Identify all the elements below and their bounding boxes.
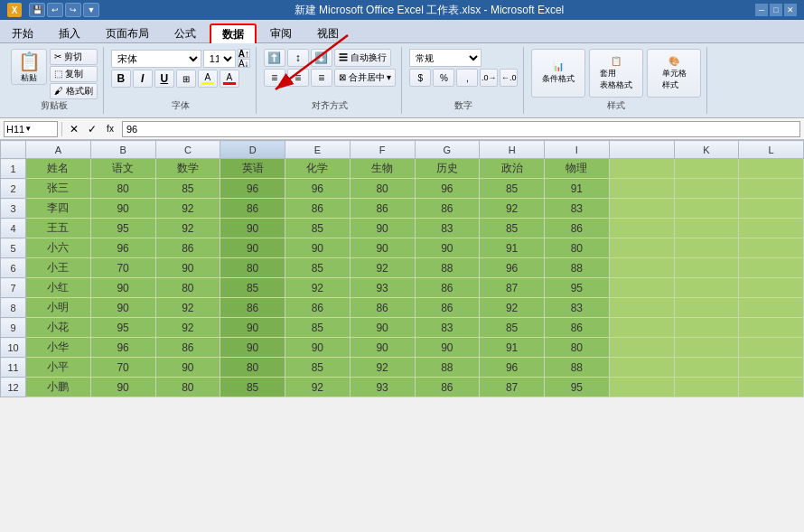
cell-C1[interactable]: 数学 xyxy=(155,159,220,179)
cell-K9[interactable] xyxy=(674,318,739,338)
cell-B4[interactable]: 95 xyxy=(90,219,155,238)
cell-B3[interactable]: 90 xyxy=(90,199,155,219)
cell-H4[interactable]: 85 xyxy=(480,219,545,238)
cell-G4[interactable]: 83 xyxy=(415,219,480,238)
cell-L10[interactable] xyxy=(739,338,804,358)
cell-F6[interactable]: 92 xyxy=(350,258,415,278)
undo-button[interactable]: ↩ xyxy=(47,3,63,17)
cell-E4[interactable]: 85 xyxy=(285,219,351,238)
cell-C12[interactable]: 80 xyxy=(155,378,220,397)
col-header-I[interactable]: I xyxy=(545,141,610,159)
number-format-select[interactable]: 常规 xyxy=(409,49,481,67)
cell-F11[interactable]: 92 xyxy=(350,358,415,378)
cell-G9[interactable]: 83 xyxy=(415,318,480,338)
cell-I5[interactable]: 80 xyxy=(545,238,610,258)
cell-F12[interactable]: 93 xyxy=(350,378,415,397)
cell-F2[interactable]: 80 xyxy=(350,179,415,199)
cell-G8[interactable]: 86 xyxy=(415,298,480,318)
cell-J5[interactable] xyxy=(609,238,674,258)
tab-insert[interactable]: 插入 xyxy=(47,23,92,43)
name-box[interactable]: H11 ▼ xyxy=(4,121,58,137)
cell-L7[interactable] xyxy=(739,278,804,298)
cell-C5[interactable]: 86 xyxy=(155,238,220,258)
format-painter-button[interactable]: 🖌 格式刷 xyxy=(50,83,98,99)
cell-I6[interactable]: 88 xyxy=(545,258,610,278)
tab-page-layout[interactable]: 页面布局 xyxy=(94,23,161,43)
cell-G6[interactable]: 88 xyxy=(415,258,480,278)
cell-C7[interactable]: 80 xyxy=(155,278,220,298)
cell-K4[interactable] xyxy=(674,219,739,238)
cell-J12[interactable] xyxy=(609,378,674,397)
formula-input[interactable] xyxy=(122,121,800,137)
cell-A9[interactable]: 小花 xyxy=(26,318,91,338)
cell-style-button[interactable]: 🎨 单元格样式 xyxy=(647,49,701,98)
cell-H2[interactable]: 85 xyxy=(480,179,545,199)
cell-J8[interactable] xyxy=(609,298,674,318)
decrease-decimal-button[interactable]: ←.0 xyxy=(500,69,518,87)
cell-C8[interactable]: 92 xyxy=(155,298,220,318)
cell-H3[interactable]: 92 xyxy=(480,199,545,219)
col-header-A[interactable]: A xyxy=(26,141,91,159)
align-middle-button[interactable]: ↕ xyxy=(287,49,309,67)
cell-L12[interactable] xyxy=(739,378,804,397)
cell-B5[interactable]: 96 xyxy=(90,238,155,258)
cell-L5[interactable] xyxy=(739,238,804,258)
cell-E12[interactable]: 92 xyxy=(285,378,351,397)
cell-I7[interactable]: 95 xyxy=(545,278,610,298)
close-button[interactable]: ✕ xyxy=(784,4,797,16)
col-header-E[interactable]: E xyxy=(285,141,351,159)
cell-D5[interactable]: 90 xyxy=(220,238,285,258)
cell-I1[interactable]: 物理 xyxy=(545,159,610,179)
cell-K3[interactable] xyxy=(674,199,739,219)
tab-formula[interactable]: 公式 xyxy=(163,23,208,43)
cell-K6[interactable] xyxy=(674,258,739,278)
cell-K10[interactable] xyxy=(674,338,739,358)
col-header-B[interactable]: B xyxy=(90,141,155,159)
cell-C2[interactable]: 85 xyxy=(155,179,220,199)
cell-A6[interactable]: 小王 xyxy=(26,258,91,278)
col-header-J[interactable] xyxy=(609,141,674,159)
cell-G5[interactable]: 90 xyxy=(415,238,480,258)
cell-A11[interactable]: 小平 xyxy=(26,358,91,378)
cell-H12[interactable]: 87 xyxy=(480,378,545,397)
comma-button[interactable]: , xyxy=(456,69,478,87)
cell-A1[interactable]: 姓名 xyxy=(26,159,91,179)
increase-decimal-button[interactable]: .0→ xyxy=(480,69,498,87)
font-family-select[interactable]: 宋体 xyxy=(111,50,201,68)
cell-K1[interactable] xyxy=(674,159,739,179)
cell-H1[interactable]: 政治 xyxy=(480,159,545,179)
align-right-button[interactable]: ≡ xyxy=(311,69,332,87)
cell-B7[interactable]: 90 xyxy=(90,278,155,298)
font-color-button[interactable]: A xyxy=(220,70,239,88)
cell-E8[interactable]: 86 xyxy=(285,298,351,318)
cell-D12[interactable]: 85 xyxy=(220,378,285,397)
merge-center-button[interactable]: ⊠ 合并居中 ▾ xyxy=(334,69,397,87)
minimize-button[interactable]: ─ xyxy=(755,4,768,16)
cell-I9[interactable]: 86 xyxy=(545,318,610,338)
underline-button[interactable]: U xyxy=(154,70,174,88)
cell-E3[interactable]: 86 xyxy=(285,199,351,219)
align-center-button[interactable]: ≡ xyxy=(287,69,309,87)
cell-E5[interactable]: 90 xyxy=(285,238,351,258)
cell-K12[interactable] xyxy=(674,378,739,397)
cell-B10[interactable]: 96 xyxy=(90,338,155,358)
cell-I3[interactable]: 83 xyxy=(545,199,610,219)
cell-I4[interactable]: 86 xyxy=(545,219,610,238)
cell-G1[interactable]: 历史 xyxy=(415,159,480,179)
cell-J11[interactable] xyxy=(609,358,674,378)
cell-E2[interactable]: 96 xyxy=(285,179,351,199)
cell-H7[interactable]: 87 xyxy=(480,278,545,298)
cell-A12[interactable]: 小鹏 xyxy=(26,378,91,397)
save-button[interactable]: 💾 xyxy=(29,3,45,17)
cell-F5[interactable]: 90 xyxy=(350,238,415,258)
cell-I8[interactable]: 83 xyxy=(545,298,610,318)
cell-C11[interactable]: 90 xyxy=(155,358,220,378)
cell-A4[interactable]: 王五 xyxy=(26,219,91,238)
tab-view[interactable]: 视图 xyxy=(305,23,351,43)
cell-I10[interactable]: 80 xyxy=(545,338,610,358)
cell-E6[interactable]: 85 xyxy=(285,258,351,278)
col-header-C[interactable]: C xyxy=(155,141,220,159)
borders-button[interactable]: ⊞ xyxy=(176,70,196,88)
italic-button[interactable]: I xyxy=(133,70,153,88)
cell-A2[interactable]: 张三 xyxy=(26,179,91,199)
